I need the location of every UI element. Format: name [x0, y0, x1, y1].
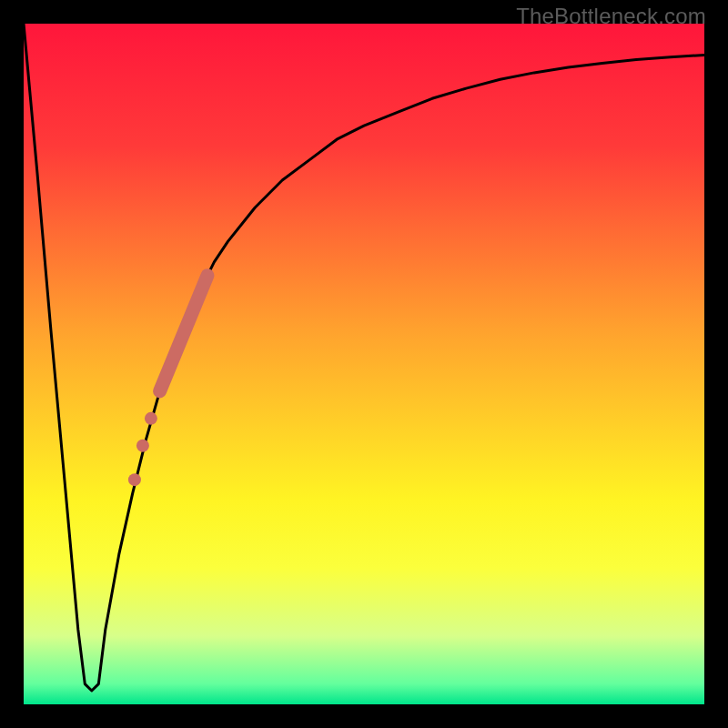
highlight-dots	[128, 412, 157, 486]
watermark-text: TheBottleneck.com	[516, 4, 706, 29]
chart-frame: TheBottleneck.com	[0, 0, 728, 728]
plot-area	[24, 24, 704, 704]
highlight-dot	[128, 473, 141, 486]
bottleneck-curve	[24, 24, 704, 691]
curve-layer	[24, 24, 704, 704]
highlight-segment	[160, 276, 207, 391]
highlight-dot	[136, 440, 149, 452]
highlight-dot	[145, 412, 157, 425]
